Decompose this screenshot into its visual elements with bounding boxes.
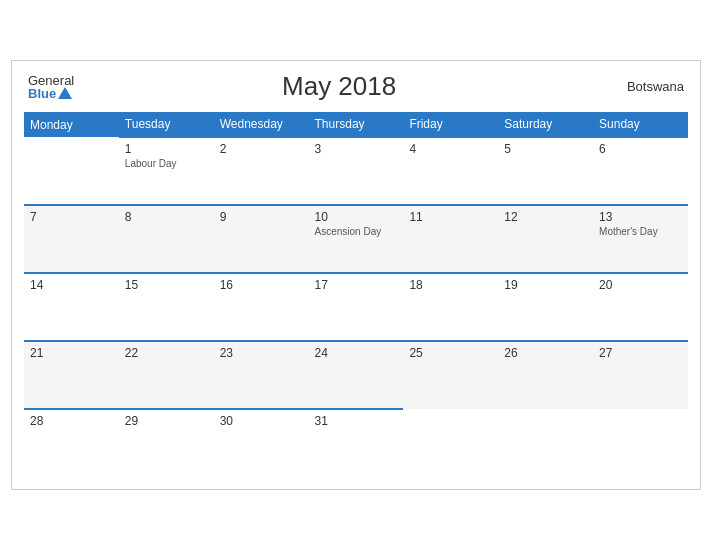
logo-triangle-icon bbox=[58, 87, 72, 99]
day-number: 27 bbox=[599, 346, 682, 360]
day-number: 10 bbox=[315, 210, 398, 224]
calendar-cell: 30 bbox=[214, 409, 309, 477]
holiday-name: Ascension Day bbox=[315, 226, 398, 237]
holiday-name: Mother's Day bbox=[599, 226, 682, 237]
day-number: 20 bbox=[599, 278, 682, 292]
calendar-cell: 11 bbox=[403, 205, 498, 273]
day-number: 1 bbox=[125, 142, 208, 156]
day-number: 13 bbox=[599, 210, 682, 224]
header-thursday: Thursday bbox=[309, 112, 404, 137]
logo-blue-text: Blue bbox=[28, 87, 74, 100]
calendar-cell: 7 bbox=[24, 205, 119, 273]
header-saturday: Saturday bbox=[498, 112, 593, 137]
calendar-cell: 10Ascension Day bbox=[309, 205, 404, 273]
calendar-grid: Monday Tuesday Wednesday Thursday Friday… bbox=[24, 112, 688, 477]
calendar-cell: 21 bbox=[24, 341, 119, 409]
calendar-cell: 13Mother's Day bbox=[593, 205, 688, 273]
day-number: 31 bbox=[315, 414, 398, 428]
day-number: 4 bbox=[409, 142, 492, 156]
calendar-cell: 22 bbox=[119, 341, 214, 409]
calendar-cell: 16 bbox=[214, 273, 309, 341]
day-number: 26 bbox=[504, 346, 587, 360]
day-number: 25 bbox=[409, 346, 492, 360]
day-number: 23 bbox=[220, 346, 303, 360]
day-number: 3 bbox=[315, 142, 398, 156]
calendar-cell: 3 bbox=[309, 137, 404, 205]
day-number: 11 bbox=[409, 210, 492, 224]
logo: General Blue bbox=[28, 74, 74, 100]
calendar-country: Botswana bbox=[604, 79, 684, 94]
header-monday: Monday bbox=[24, 112, 119, 137]
calendar-header: General Blue May 2018 Botswana bbox=[24, 71, 688, 102]
day-number: 30 bbox=[220, 414, 303, 428]
calendar-cell: 18 bbox=[403, 273, 498, 341]
header-friday: Friday bbox=[403, 112, 498, 137]
day-number: 14 bbox=[30, 278, 113, 292]
calendar-cell: 25 bbox=[403, 341, 498, 409]
day-number: 29 bbox=[125, 414, 208, 428]
calendar-container: General Blue May 2018 Botswana Monday Tu… bbox=[11, 60, 701, 490]
calendar-cell: 20 bbox=[593, 273, 688, 341]
calendar-cell bbox=[593, 409, 688, 477]
day-number: 6 bbox=[599, 142, 682, 156]
calendar-cell: 8 bbox=[119, 205, 214, 273]
day-number: 12 bbox=[504, 210, 587, 224]
calendar-cell bbox=[498, 409, 593, 477]
calendar-cell: 6 bbox=[593, 137, 688, 205]
calendar-cell: 9 bbox=[214, 205, 309, 273]
calendar-week-2: 78910Ascension Day111213Mother's Day bbox=[24, 205, 688, 273]
day-number: 24 bbox=[315, 346, 398, 360]
calendar-cell: 24 bbox=[309, 341, 404, 409]
day-number: 22 bbox=[125, 346, 208, 360]
calendar-week-1: 1Labour Day23456 bbox=[24, 137, 688, 205]
header-sunday: Sunday bbox=[593, 112, 688, 137]
calendar-week-3: 14151617181920 bbox=[24, 273, 688, 341]
day-number: 28 bbox=[30, 414, 113, 428]
header-wednesday: Wednesday bbox=[214, 112, 309, 137]
calendar-cell: 4 bbox=[403, 137, 498, 205]
day-number: 8 bbox=[125, 210, 208, 224]
calendar-cell: 12 bbox=[498, 205, 593, 273]
calendar-cell bbox=[403, 409, 498, 477]
day-number: 17 bbox=[315, 278, 398, 292]
calendar-cell: 14 bbox=[24, 273, 119, 341]
day-number: 21 bbox=[30, 346, 113, 360]
calendar-cell: 15 bbox=[119, 273, 214, 341]
header-tuesday: Tuesday bbox=[119, 112, 214, 137]
calendar-cell: 29 bbox=[119, 409, 214, 477]
day-number: 15 bbox=[125, 278, 208, 292]
days-header-row: Monday Tuesday Wednesday Thursday Friday… bbox=[24, 112, 688, 137]
day-number: 19 bbox=[504, 278, 587, 292]
calendar-cell bbox=[24, 137, 119, 205]
calendar-cell: 19 bbox=[498, 273, 593, 341]
day-number: 9 bbox=[220, 210, 303, 224]
calendar-cell: 2 bbox=[214, 137, 309, 205]
calendar-cell: 23 bbox=[214, 341, 309, 409]
calendar-cell: 28 bbox=[24, 409, 119, 477]
day-number: 5 bbox=[504, 142, 587, 156]
calendar-cell: 1Labour Day bbox=[119, 137, 214, 205]
calendar-title: May 2018 bbox=[74, 71, 604, 102]
day-number: 18 bbox=[409, 278, 492, 292]
calendar-cell: 26 bbox=[498, 341, 593, 409]
calendar-cell: 5 bbox=[498, 137, 593, 205]
logo-general-text: General bbox=[28, 74, 74, 87]
calendar-cell: 27 bbox=[593, 341, 688, 409]
day-number: 7 bbox=[30, 210, 113, 224]
calendar-week-5: 28293031 bbox=[24, 409, 688, 477]
day-number: 16 bbox=[220, 278, 303, 292]
day-number: 2 bbox=[220, 142, 303, 156]
calendar-week-4: 21222324252627 bbox=[24, 341, 688, 409]
calendar-cell: 17 bbox=[309, 273, 404, 341]
holiday-name: Labour Day bbox=[125, 158, 208, 169]
calendar-cell: 31 bbox=[309, 409, 404, 477]
